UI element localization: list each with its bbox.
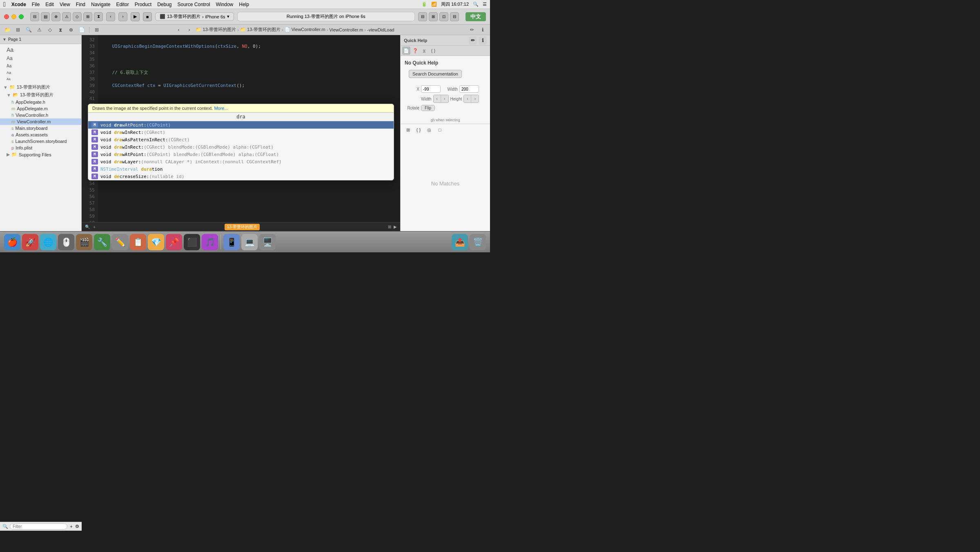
notification-icon[interactable]: ☰ bbox=[483, 2, 487, 7]
filter-icon-bottom[interactable]: 🔍 bbox=[85, 225, 90, 229]
editor-layout-icon-2[interactable]: ▶ bbox=[394, 225, 397, 229]
menu-navigate[interactable]: Navigate bbox=[91, 2, 110, 7]
dock-icon-terminal[interactable]: ⬛ bbox=[184, 234, 200, 250]
inspector-icon-3[interactable]: ◎ bbox=[425, 126, 433, 134]
info-icon[interactable]: ℹ bbox=[479, 26, 487, 34]
sidebar-item-appdelegate-h[interactable]: h AppDelegate.h bbox=[0, 99, 81, 105]
spotlight-icon[interactable]: 🔍 bbox=[473, 2, 479, 7]
test-button[interactable]: ◇ bbox=[73, 12, 82, 21]
debug-toolbar-icon[interactable]: ⧗ bbox=[56, 26, 65, 34]
autocomplete-item-7[interactable]: M void decreaseSize:(nullable id) bbox=[88, 173, 394, 180]
x-input[interactable] bbox=[421, 85, 441, 93]
apple-menu[interactable]:  bbox=[3, 1, 6, 8]
sidebar-item-appdelegate-m[interactable]: m AppDelegate.m bbox=[0, 105, 81, 112]
menu-help[interactable]: Help bbox=[239, 2, 249, 7]
sidebar-toggle-button[interactable]: ⊟ bbox=[30, 12, 39, 21]
stop-button[interactable]: ■ bbox=[143, 12, 152, 21]
add-breakpoint-icon[interactable]: ＋ bbox=[92, 224, 96, 230]
issues-button[interactable]: ⚠ bbox=[62, 12, 71, 21]
dock-icon-launchpad[interactable]: 🚀 bbox=[22, 234, 38, 250]
close-button[interactable] bbox=[4, 14, 9, 19]
autocomplete-item-0[interactable]: M void drawAtPoint:(CGPoint) bbox=[88, 121, 394, 129]
sidebar-item-main-storyboard[interactable]: s Main.storyboard bbox=[0, 125, 81, 131]
test-toolbar-icon[interactable]: ◇ bbox=[46, 26, 54, 34]
edit-icon[interactable]: ✏ bbox=[468, 26, 476, 34]
info-right-btn[interactable]: ℹ bbox=[479, 36, 487, 45]
breadcrumb-item-1[interactable]: 📁 13-带蕾环的图片 bbox=[240, 27, 281, 33]
symbol-icon[interactable]: ⊞ bbox=[14, 26, 22, 34]
menu-file[interactable]: File bbox=[32, 2, 40, 7]
menu-xcode[interactable]: Xcode bbox=[11, 2, 26, 7]
scheme-selector[interactable]: ⬛ 13-带蕾环的图片 › iPhone 6s ▾ bbox=[155, 12, 234, 21]
menu-source-control[interactable]: Source Control bbox=[178, 2, 210, 7]
autocomplete-item-3[interactable]: M void drawInRect:(CGRect) blendMode:(CG… bbox=[88, 143, 394, 151]
flip-control[interactable]: Flip bbox=[421, 105, 435, 111]
dock-icon-safari[interactable]: 🌐 bbox=[40, 234, 56, 250]
height-stepper[interactable]: ‹ › bbox=[463, 95, 479, 103]
grid-icon[interactable]: ⊞ bbox=[93, 26, 101, 34]
inspector-icon-4[interactable]: □ bbox=[436, 126, 444, 134]
memory-button[interactable]: ⧗ bbox=[94, 12, 103, 21]
sidebar-item-viewcontroller-h[interactable]: h ViewController.h bbox=[0, 112, 81, 118]
breadcrumb-item-2[interactable]: 📄 ViewController.m bbox=[285, 27, 325, 32]
dock-icon-airdrop[interactable]: 📤 bbox=[452, 234, 468, 250]
nav-back-icon[interactable]: ‹ bbox=[174, 26, 183, 34]
debug-panel-button[interactable]: ⊟ bbox=[450, 12, 459, 21]
menu-product[interactable]: Product bbox=[135, 2, 151, 7]
editor-layout-icon-1[interactable]: ⊞ bbox=[388, 225, 391, 229]
autocomplete-item-5[interactable]: M void drawLayer:(nonnull CALayer *) inC… bbox=[88, 158, 394, 165]
navigator-toggle-button[interactable]: ▤ bbox=[41, 12, 50, 21]
inspector-icon-1[interactable]: ⊞ bbox=[404, 126, 412, 134]
sidebar-item-assets[interactable]: a Assets.xcassets bbox=[0, 131, 81, 138]
layout-split-button[interactable]: ⊞ bbox=[429, 12, 438, 21]
sidebar-item-launchscreen[interactable]: s LaunchScreen.storyboard bbox=[0, 138, 81, 145]
search-documentation-button[interactable]: Search Documentation bbox=[409, 70, 462, 78]
forward-button[interactable]: › bbox=[118, 12, 127, 21]
zoom-button[interactable] bbox=[19, 14, 24, 19]
breadcrumb-item-4[interactable]: -viewDidLoad bbox=[367, 27, 394, 32]
search-toolbar-icon[interactable]: 🔍 bbox=[24, 26, 33, 34]
run-button[interactable]: ▶ bbox=[131, 12, 140, 21]
layout-single-button[interactable]: ⊟ bbox=[418, 12, 427, 21]
sidebar-item-viewcontroller-m[interactable]: m ViewController.m bbox=[0, 118, 81, 125]
code-coverage-button[interactable]: ⊞ bbox=[83, 12, 92, 21]
dock-icon-music[interactable]: 🎵 bbox=[202, 234, 218, 250]
menu-find[interactable]: Find bbox=[76, 2, 85, 7]
inspector-icon-2[interactable]: { } bbox=[414, 126, 423, 134]
menu-edit[interactable]: Edit bbox=[45, 2, 54, 7]
sidebar-collapse-icon[interactable]: ▼ bbox=[2, 37, 7, 42]
dock-icon-macbook[interactable]: 💻 bbox=[241, 234, 258, 250]
width-inc[interactable]: › bbox=[441, 95, 448, 102]
report-icon[interactable]: 📄 bbox=[78, 26, 86, 34]
dock-icon-iphone[interactable]: 📱 bbox=[223, 234, 240, 250]
edit-right-btn[interactable]: ✏ bbox=[469, 36, 477, 45]
nav-forward-icon[interactable]: › bbox=[185, 26, 193, 34]
sidebar-item-root-project[interactable]: ▼ 📁 13-带蕾环的图片 bbox=[0, 83, 81, 91]
tooltip-more-link[interactable]: More... bbox=[214, 106, 228, 111]
breakpoint-button[interactable]: ⊕ bbox=[51, 12, 60, 21]
width-stepper[interactable]: ‹ › bbox=[433, 95, 449, 103]
breadcrumb-item-3[interactable]: ViewController.m bbox=[329, 27, 363, 32]
back-button[interactable]: ‹ bbox=[106, 12, 115, 21]
rp-history-icon[interactable]: ⧖ bbox=[420, 47, 428, 55]
menu-view[interactable]: View bbox=[60, 2, 70, 7]
dock-icon-mouse[interactable]: 🖱️ bbox=[58, 234, 74, 250]
dock-icon-tool[interactable]: 🔧 bbox=[94, 234, 110, 250]
height-dec[interactable]: ‹ bbox=[464, 95, 471, 102]
autocomplete-item-4[interactable]: M void drawAtPoint:(CGPoint) blendMode:(… bbox=[88, 151, 394, 158]
rp-symbols-icon[interactable]: { } bbox=[429, 47, 437, 55]
menu-editor[interactable]: Editor bbox=[116, 2, 129, 7]
dock-icon-finder[interactable]: 🍎 bbox=[4, 234, 20, 250]
rp-file-icon[interactable]: 📄 bbox=[402, 47, 410, 55]
folder-icon[interactable]: 📁 bbox=[3, 26, 11, 34]
issues-toolbar-icon[interactable]: ⚠ bbox=[35, 26, 43, 34]
minimize-button[interactable] bbox=[11, 14, 16, 19]
sidebar-item-supporting[interactable]: ▶ 📁 Supporting Files bbox=[0, 151, 81, 158]
menu-debug[interactable]: Debug bbox=[157, 2, 172, 7]
rp-quick-help-icon[interactable]: ❓ bbox=[411, 47, 419, 55]
dock-icon-pencil[interactable]: ✏️ bbox=[112, 234, 128, 250]
menu-window[interactable]: Window bbox=[216, 2, 234, 7]
dock-icon-trash[interactable]: 🗑️ bbox=[470, 234, 486, 250]
autocomplete-item-2[interactable]: M void drawAsPatternInRect:(CGRect) bbox=[88, 136, 394, 143]
autocomplete-item-1[interactable]: M void drawInRect:(CGRect) bbox=[88, 129, 394, 136]
